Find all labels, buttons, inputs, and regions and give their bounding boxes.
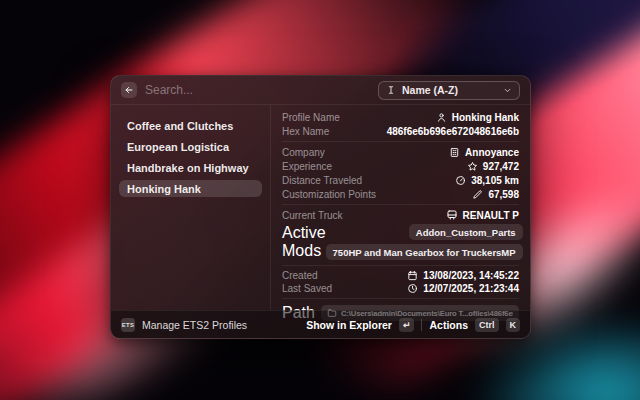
detail-row-customization: Customization Points 67,598 — [282, 187, 519, 201]
mod-badge: 750HP and Man Gearbox for TruckersMP — [326, 244, 523, 260]
distance-label: Distance Traveled — [282, 175, 362, 186]
detail-pane: Profile Name Honking Hank Hex Name 486f6… — [271, 105, 530, 310]
star-icon — [467, 161, 478, 172]
divider — [282, 265, 519, 266]
detail-row-active-mods: Active Mods Addon_Custom_Parts 750HP and… — [282, 222, 519, 262]
gauge-icon — [455, 175, 466, 186]
profile-item-handbrake-on-highway[interactable]: Handbrake on Highway — [119, 159, 262, 176]
footer-actions: Show in Explorer ↵ Actions Ctrl K — [306, 318, 520, 332]
divider — [282, 141, 519, 142]
detail-row-company: Company Annoyance — [282, 145, 519, 159]
detail-row-experience: Experience 927,472 — [282, 159, 519, 173]
created-value: 13/08/2023, 14:45:22 — [423, 270, 519, 281]
detail-row-profile-name: Profile Name Honking Hank — [282, 110, 519, 124]
k-key-badge: K — [506, 318, 521, 332]
hex-name-label: Hex Name — [282, 126, 329, 137]
ets2-logo-icon: ETS — [121, 318, 135, 332]
search-input[interactable] — [145, 83, 370, 97]
detail-row-hex-name: Hex Name 486f6e6b696e672048616e6b — [282, 124, 519, 138]
current-truck-label: Current Truck — [282, 210, 343, 221]
customization-value: 67,598 — [488, 189, 519, 200]
detail-row-distance: Distance Traveled 38,105 km — [282, 173, 519, 187]
footer: ETS Manage ETS2 Profiles Show in Explore… — [111, 310, 530, 338]
calendar-icon — [407, 270, 418, 281]
active-mods-badges: Addon_Custom_Parts 750HP and Man Gearbox… — [326, 222, 523, 262]
created-label: Created — [282, 270, 318, 281]
actions-button[interactable]: Actions — [429, 319, 468, 331]
person-icon — [436, 112, 447, 123]
header: Name (A-Z) — [111, 76, 530, 105]
building-icon — [449, 147, 460, 158]
enter-key-icon: ↵ — [399, 318, 415, 332]
detail-row-current-truck: Current Truck RENAULT P — [282, 208, 519, 222]
sort-dropdown-label: Name (A-Z) — [402, 84, 497, 96]
company-value: Annoyance — [465, 147, 519, 158]
ets2-profile-manager-window: Name (A-Z) Coffee and Clutches European … — [110, 75, 531, 339]
profile-name-value: Honking Hank — [452, 112, 519, 123]
hex-name-value: 486f6e6b696e672048616e6b — [387, 126, 519, 137]
chevron-down-icon — [503, 86, 512, 95]
experience-label: Experience — [282, 161, 332, 172]
main-area: Coffee and Clutches European Logistica H… — [111, 105, 530, 310]
last-saved-value: 12/07/2025, 21:23:44 — [423, 283, 519, 294]
active-mods-label: Active Mods — [282, 224, 326, 260]
text-cursor-icon — [386, 84, 396, 96]
profile-list: Coffee and Clutches European Logistica H… — [111, 105, 271, 310]
back-button[interactable] — [121, 82, 137, 98]
truck-icon — [446, 209, 458, 221]
divider — [282, 204, 519, 205]
profile-item-honking-hank[interactable]: Honking Hank — [119, 180, 262, 197]
experience-value: 927,472 — [483, 161, 519, 172]
company-label: Company — [282, 147, 325, 158]
profile-item-coffee-and-clutches[interactable]: Coffee and Clutches — [119, 117, 262, 134]
distance-value: 38,105 km — [471, 175, 519, 186]
ctrl-key-badge: Ctrl — [475, 318, 499, 332]
detail-row-last-saved: Last Saved 12/07/2025, 21:23:44 — [282, 282, 519, 295]
footer-app: ETS Manage ETS2 Profiles — [121, 318, 247, 332]
footer-app-label: Manage ETS2 Profiles — [142, 319, 247, 331]
last-saved-label: Last Saved — [282, 283, 332, 294]
footer-divider — [421, 319, 422, 331]
detail-row-created: Created 13/08/2023, 14:45:22 — [282, 269, 519, 282]
current-truck-value: RENAULT P — [463, 210, 519, 221]
sort-dropdown[interactable]: Name (A-Z) — [378, 81, 520, 100]
profile-item-european-logistica[interactable]: European Logistica — [119, 138, 262, 155]
arrow-left-icon — [124, 85, 134, 95]
mod-badge: Addon_Custom_Parts — [409, 224, 523, 240]
pencil-icon — [472, 189, 483, 200]
profile-name-label: Profile Name — [282, 112, 340, 123]
customization-label: Customization Points — [282, 189, 376, 200]
show-in-explorer-button[interactable]: Show in Explorer — [306, 319, 392, 331]
divider — [282, 298, 519, 299]
clock-icon — [407, 283, 418, 294]
